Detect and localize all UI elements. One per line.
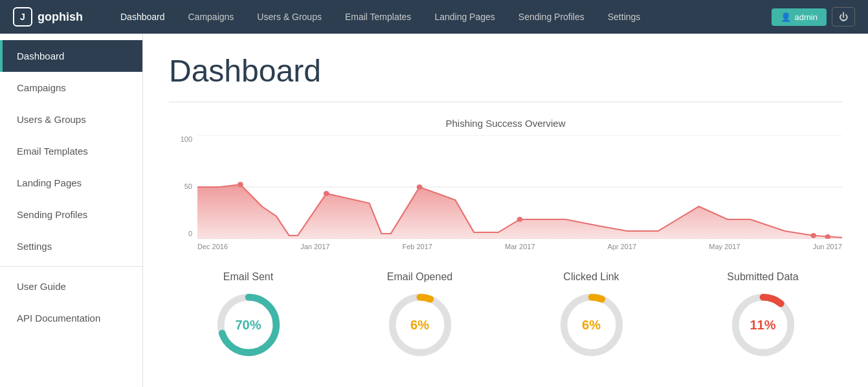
chart-inner: Dec 2016 Jan 2017 Feb 2017 Mar 2017 Apr … xyxy=(197,135,842,252)
admin-label: admin xyxy=(795,12,818,22)
donut-value-email-opened: 6% xyxy=(410,318,429,333)
sidebar-item-email-templates[interactable]: Email Templates xyxy=(0,135,142,167)
y-tick-0: 0 xyxy=(188,230,192,238)
chart-point xyxy=(238,182,243,187)
topnav: J gophish Dashboard Campaigns Users & Gr… xyxy=(0,0,868,34)
x-label-feb2017: Feb 2017 xyxy=(402,243,432,250)
sidebar-item-landing-pages[interactable]: Landing Pages xyxy=(0,167,142,199)
chart-wrapper: 100 50 0 xyxy=(169,135,842,252)
logout-button[interactable]: ⏻ xyxy=(832,7,855,27)
topnav-email-templates[interactable]: Email Templates xyxy=(333,0,423,34)
chart-title: Phishing Success Overview xyxy=(169,118,842,129)
topnav-dashboard[interactable]: Dashboard xyxy=(109,0,177,34)
sidebar-divider xyxy=(0,266,142,267)
donut-email-opened: 6% xyxy=(384,289,456,360)
page-title: Dashboard xyxy=(169,53,842,89)
logo-icon: J xyxy=(13,7,32,27)
logo-text: gophish xyxy=(38,10,83,24)
sidebar-item-sending-profiles[interactable]: Sending Profiles xyxy=(0,199,142,230)
x-label-apr2017: Apr 2017 xyxy=(608,243,637,250)
chart-point xyxy=(517,217,523,222)
x-label-dec2016: Dec 2016 xyxy=(197,243,228,250)
stat-label-email-sent: Email Sent xyxy=(223,271,273,283)
donut-clicked-link: 6% xyxy=(556,289,627,360)
donut-email-sent: 70% xyxy=(213,289,284,360)
sidebar-item-settings[interactable]: Settings xyxy=(0,230,142,262)
chart-svg xyxy=(197,135,842,239)
topnav-campaigns[interactable]: Campaigns xyxy=(177,0,246,34)
layout: Dashboard Campaigns Users & Groups Email… xyxy=(0,34,868,387)
main-content: Dashboard Phishing Success Overview 100 … xyxy=(143,34,868,387)
sidebar-item-api-docs[interactable]: API Documentation xyxy=(0,302,142,334)
donut-value-clicked-link: 6% xyxy=(582,318,601,333)
chart-area xyxy=(197,184,842,239)
topnav-users-groups[interactable]: Users & Groups xyxy=(245,0,333,34)
donut-value-submitted-data: 11% xyxy=(750,318,775,333)
donut-value-email-sent: 70% xyxy=(235,318,261,333)
stat-card-clicked-link: Clicked Link 6% xyxy=(512,271,671,360)
topnav-right: 👤 admin ⏻ xyxy=(772,7,855,27)
stat-card-submitted-data: Submitted Data 11% xyxy=(684,271,842,360)
sidebar-item-dashboard[interactable]: Dashboard xyxy=(0,40,142,72)
topnav-sending-profiles[interactable]: Sending Profiles xyxy=(507,0,596,34)
stat-card-email-opened: Email Opened 6% xyxy=(340,271,499,360)
user-icon: 👤 xyxy=(781,12,791,22)
stat-card-email-sent: Email Sent 70% xyxy=(169,271,328,360)
x-label-mar2017: Mar 2017 xyxy=(505,243,535,250)
logo[interactable]: J gophish xyxy=(13,7,83,27)
stat-label-email-opened: Email Opened xyxy=(387,271,452,283)
title-divider xyxy=(169,102,842,102)
sidebar: Dashboard Campaigns Users & Groups Email… xyxy=(0,34,143,387)
topnav-links: Dashboard Campaigns Users & Groups Email… xyxy=(109,0,772,34)
y-tick-50: 50 xyxy=(184,182,192,190)
sidebar-item-user-guide[interactable]: User Guide xyxy=(0,271,142,302)
topnav-settings[interactable]: Settings xyxy=(596,0,652,34)
chart-point xyxy=(324,191,329,196)
sidebar-item-campaigns[interactable]: Campaigns xyxy=(0,72,142,104)
y-tick-100: 100 xyxy=(181,135,192,143)
topnav-landing-pages[interactable]: Landing Pages xyxy=(423,0,506,34)
chart-point xyxy=(825,234,830,239)
x-label-jun2017: Jun 2017 xyxy=(813,243,842,250)
admin-button[interactable]: 👤 admin xyxy=(772,8,827,26)
donut-submitted-data: 11% xyxy=(728,289,799,360)
x-label-jan2017: Jan 2017 xyxy=(300,243,329,250)
stat-label-clicked-link: Clicked Link xyxy=(563,271,619,283)
chart-container: Phishing Success Overview 100 50 0 xyxy=(169,118,842,252)
stat-label-submitted-data: Submitted Data xyxy=(727,271,798,283)
chart-point xyxy=(810,233,816,238)
sidebar-item-users-groups[interactable]: Users & Groups xyxy=(0,104,142,135)
chart-point xyxy=(417,184,423,190)
stats-row: Email Sent 70% Email Opened xyxy=(169,271,842,360)
chart-x-labels: Dec 2016 Jan 2017 Feb 2017 Mar 2017 Apr … xyxy=(197,243,842,250)
x-label-may2017: May 2017 xyxy=(709,243,740,250)
